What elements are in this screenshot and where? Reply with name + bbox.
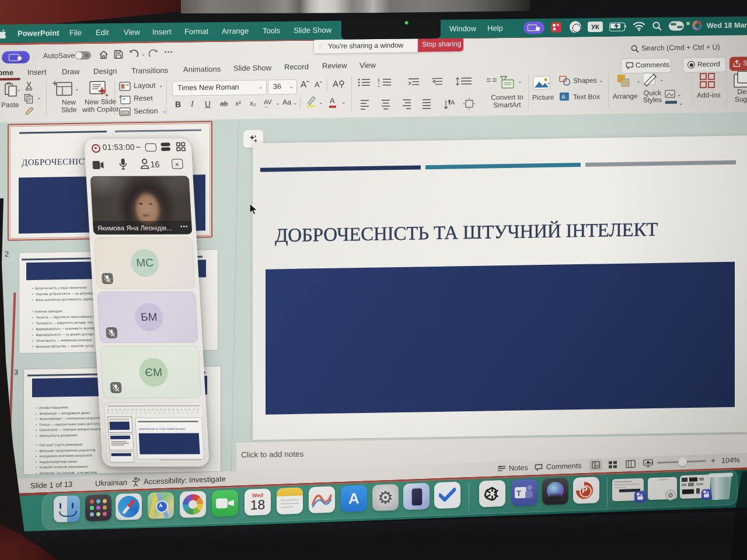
svg-text:⌄: ⌄: [677, 92, 682, 97]
svg-text:⌄: ⌄: [518, 79, 522, 85]
svg-text:A: A: [561, 93, 566, 100]
svg-text:⌄: ⌄: [679, 100, 683, 106]
svg-text:A: A: [451, 99, 455, 106]
